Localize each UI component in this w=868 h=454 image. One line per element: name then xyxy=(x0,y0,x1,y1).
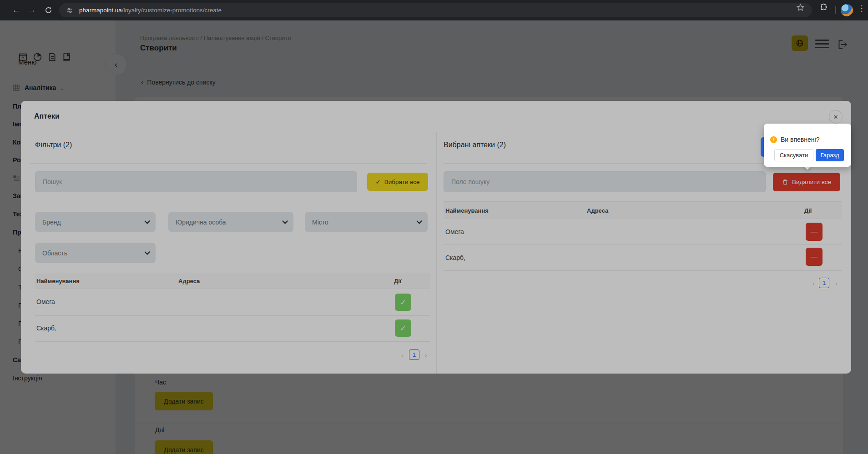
screen: ← → pharmapoint.ua/loyalty/customize-pro… xyxy=(0,0,868,454)
address-bar[interactable]: pharmapoint.ua/loyalty/customize-promoti… xyxy=(59,3,812,17)
reload-glyph xyxy=(45,6,52,14)
popconfirm: ! Ви впевнені? Скасувати Гаразд xyxy=(764,124,851,167)
toolbar-separator xyxy=(835,6,836,14)
url-domain: pharmapoint.ua xyxy=(79,7,122,14)
browser-back-icon[interactable]: ← xyxy=(10,4,23,16)
browser-profile-avatar[interactable] xyxy=(841,4,853,16)
browser-reload-icon[interactable] xyxy=(42,4,55,16)
url-text: pharmapoint.ua/loyalty/customize-promoti… xyxy=(79,7,222,14)
site-info-icon[interactable] xyxy=(66,7,73,14)
warning-icon: ! xyxy=(770,136,777,143)
browser-menu-icon[interactable]: ⋮ xyxy=(857,4,866,13)
popconfirm-mask xyxy=(0,20,868,454)
popconfirm-question: Ви впевнені? xyxy=(781,136,819,143)
url-path: /loyalty/customize-promotions/create xyxy=(122,7,222,14)
popconfirm-cancel-button[interactable]: Скасувати xyxy=(774,149,813,161)
bookmark-star-icon[interactable] xyxy=(796,3,805,12)
popconfirm-ok-button[interactable]: Гаразд xyxy=(816,149,844,161)
browser-toolbar: ← → pharmapoint.ua/loyalty/customize-pro… xyxy=(0,0,868,20)
browser-forward-icon[interactable]: → xyxy=(25,4,38,16)
extensions-icon[interactable] xyxy=(820,3,828,12)
